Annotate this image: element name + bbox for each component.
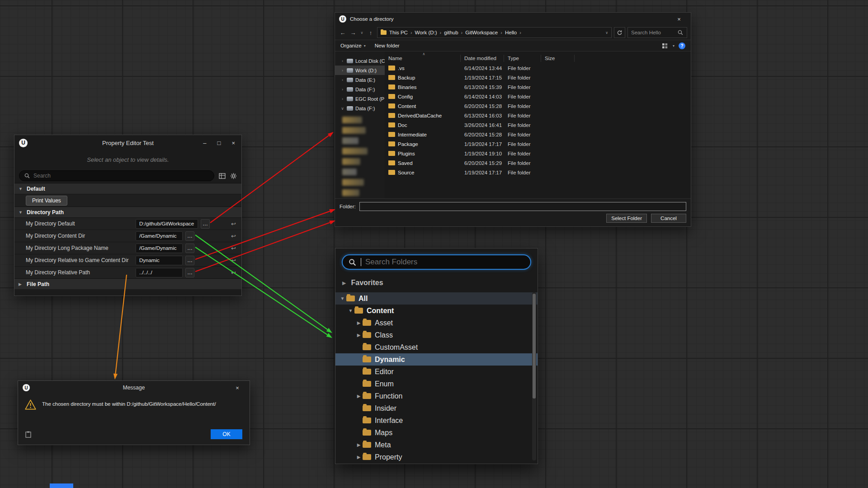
scrollbar-track[interactable] (532, 292, 536, 460)
file-row[interactable]: DerivedDataCache 6/13/2024 16:03 File fo… (385, 111, 691, 120)
section-collapsed-icon[interactable]: ▶ (342, 280, 346, 286)
search-box[interactable] (19, 170, 214, 181)
breadcrumb-segment[interactable]: Work (D:) (415, 30, 437, 35)
tree-item-property[interactable]: ▶ Property (335, 451, 538, 463)
sidebar-item-local-disk-c[interactable]: › Local Disk (C:) (335, 56, 385, 66)
search-input[interactable] (631, 30, 675, 35)
property-value-field[interactable]: D:/github/GitWorkspace (136, 219, 198, 229)
expander-icon[interactable]: ▼ (347, 308, 354, 313)
category-collapsed-icon[interactable]: ▶ (19, 282, 23, 286)
expand-chevron-icon[interactable]: › (340, 87, 344, 92)
history-dropdown-icon[interactable]: ∨ (359, 31, 364, 35)
tree-item-interface[interactable]: Interface (335, 414, 538, 427)
column-header-date-modified[interactable]: Date modified (461, 55, 504, 62)
help-button[interactable]: ? (679, 42, 685, 49)
tree-item-maps[interactable]: Maps (335, 427, 538, 439)
browse-ellipsis-button[interactable]: … (185, 244, 194, 253)
reset-to-default-icon[interactable]: ↩ (231, 233, 236, 239)
tree-item-customasset[interactable]: CustomAsset (335, 341, 538, 353)
forward-icon[interactable]: → (349, 29, 357, 36)
expand-chevron-icon[interactable]: › (340, 78, 344, 82)
tree-item-meta[interactable]: ▶ Meta (335, 439, 538, 451)
view-dropdown-icon[interactable]: ▾ (673, 44, 675, 48)
tree-item-class[interactable]: ▶ Class (335, 329, 538, 341)
scrollbar-thumb[interactable] (533, 294, 536, 399)
settings-gear-icon[interactable] (230, 173, 237, 179)
breadcrumb-segment[interactable]: This PC (389, 30, 408, 35)
folder-search-input[interactable] (365, 258, 525, 267)
file-row[interactable]: Backup 1/19/2024 17:15 File folder (385, 73, 691, 82)
expander-icon[interactable]: ▶ (355, 455, 363, 460)
new-folder-button[interactable]: New folder (375, 43, 400, 48)
expander-icon[interactable]: ▶ (355, 394, 363, 399)
reset-to-default-icon[interactable]: ↩ (231, 269, 236, 276)
tree-item-content[interactable]: ▼ Content (335, 305, 538, 317)
breadcrumb-segment[interactable]: github (444, 30, 458, 35)
tree-item-all[interactable]: ▼ All (335, 292, 538, 305)
expander-icon[interactable]: ▶ (355, 320, 363, 325)
breadcrumb[interactable]: This PC › Work (D:) › github › GitWorksp… (377, 27, 612, 38)
expander-icon[interactable]: ▼ (339, 296, 346, 301)
close-button[interactable]: × (231, 140, 235, 146)
property-value-field[interactable]: /Game/Dynamic (136, 231, 183, 241)
search-input[interactable] (33, 173, 209, 179)
browse-ellipsis-button[interactable]: … (201, 219, 210, 229)
file-row[interactable]: Doc 3/26/2024 16:41 File folder (385, 120, 691, 130)
expander-icon[interactable]: ▶ (355, 442, 363, 447)
expander-icon[interactable]: ▶ (355, 333, 363, 338)
file-row[interactable]: Saved 6/20/2024 15:29 File folder (385, 158, 691, 168)
column-header-size[interactable]: Size (541, 55, 575, 62)
tree-item-dynamic[interactable]: Dynamic (335, 353, 538, 366)
sidebar-item-egc-root-p[interactable]: › EGC Root (P:) (335, 94, 385, 103)
reset-to-default-icon[interactable]: ↩ (231, 257, 236, 264)
tree-item-editor[interactable]: Editor (335, 366, 538, 378)
search-box[interactable] (627, 27, 687, 38)
category-expanded-icon[interactable]: ▼ (19, 210, 23, 215)
browse-ellipsis-button[interactable]: … (185, 231, 194, 241)
sidebar-item-data-f-2[interactable]: ∨ Data (F:) (335, 103, 385, 113)
change-view-icon[interactable] (662, 43, 669, 49)
organize-menu[interactable]: Organize ▾ (340, 43, 366, 48)
browse-ellipsis-button[interactable]: … (185, 256, 194, 265)
breadcrumb-segment[interactable]: GitWorkspace (465, 30, 498, 35)
breadcrumb-dropdown-icon[interactable]: ∨ (605, 31, 608, 35)
window-titlebar[interactable]: U Property Editor Test – □ × (14, 135, 241, 150)
file-row[interactable]: Plugins 1/19/2024 19:10 File folder (385, 149, 691, 158)
column-header-name[interactable]: Name ∧ (385, 55, 461, 62)
close-button[interactable]: × (230, 381, 245, 394)
column-header-type[interactable]: Type (504, 55, 541, 62)
breadcrumb-segment[interactable]: Hello (505, 30, 517, 35)
minimize-button[interactable]: – (203, 140, 206, 146)
category-expanded-icon[interactable]: ▼ (19, 187, 23, 191)
tree-item-insider[interactable]: Insider (335, 402, 538, 414)
ok-button[interactable]: OK (211, 429, 242, 439)
category-directory-path[interactable]: ▼ Directory Path (14, 206, 241, 217)
back-icon[interactable]: ← (339, 29, 347, 36)
select-folder-button[interactable]: Select Folder (606, 214, 647, 223)
tree-item-enum[interactable]: Enum (335, 378, 538, 390)
copy-to-clipboard-icon[interactable] (25, 431, 31, 438)
category-file-path[interactable]: ▶ File Path (14, 278, 241, 289)
cancel-button[interactable]: Cancel (651, 214, 686, 223)
file-row[interactable]: Source 1/19/2024 17:17 File folder (385, 168, 691, 177)
up-icon[interactable]: ↑ (367, 29, 375, 36)
file-row[interactable]: Intermediate 6/20/2024 15:28 File folder (385, 130, 691, 139)
sidebar-item-data-f[interactable]: › Data (F:) (335, 84, 385, 94)
file-row[interactable]: Package 1/19/2024 17:17 File folder (385, 139, 691, 149)
file-row[interactable]: .vs 6/14/2024 13:44 File folder (385, 63, 691, 73)
dialog-titlebar[interactable]: U Choose a directory × (335, 13, 691, 25)
property-value-field[interactable]: Dynamic (136, 256, 183, 265)
category-default[interactable]: ▼ Default (14, 183, 241, 194)
tree-item-function[interactable]: ▶ Function (335, 390, 538, 402)
expand-chevron-icon[interactable]: › (340, 59, 344, 63)
print-values-button[interactable]: Print Values (26, 196, 67, 206)
sidebar-item-data-e[interactable]: › Data (E:) (335, 75, 385, 84)
file-row[interactable]: Content 6/20/2024 15:28 File folder (385, 101, 691, 111)
reset-to-default-icon[interactable]: ↩ (231, 245, 236, 252)
expand-chevron-icon[interactable]: › (340, 97, 344, 101)
expand-chevron-icon[interactable]: › (340, 68, 344, 73)
property-value-field[interactable]: ../../../ (136, 268, 183, 277)
folder-search-box[interactable] (342, 254, 531, 270)
favorites-section[interactable]: ▶ Favorites (335, 277, 538, 289)
collapse-chevron-icon[interactable]: ∨ (340, 106, 344, 111)
